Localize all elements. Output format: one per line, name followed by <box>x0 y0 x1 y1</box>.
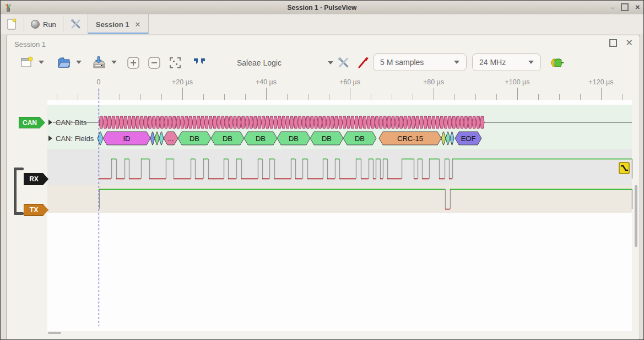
zoom-in-button[interactable] <box>123 53 143 73</box>
maximize-button[interactable] <box>621 3 629 12</box>
session-toolbar: Saleae Logic 5 M samples <box>7 52 640 76</box>
device-selector-value: Saleae Logic <box>237 58 282 67</box>
decoder-icon <box>549 57 564 68</box>
horizontal-scrollbar-thumb[interactable] <box>48 332 61 334</box>
show-cursors-button[interactable] <box>190 53 209 73</box>
session-maximize-button[interactable] <box>609 39 617 47</box>
tx-row-background <box>47 185 632 213</box>
add-decoder-button[interactable] <box>546 53 566 73</box>
minimize-button[interactable]: – <box>611 4 614 11</box>
vertical-scrollbar-thumb[interactable] <box>635 185 637 247</box>
zoom-fit-button[interactable] <box>165 53 185 73</box>
configure-device-button[interactable] <box>334 53 354 73</box>
zoom-in-icon <box>127 56 140 69</box>
close-button[interactable]: ✕ <box>635 4 640 11</box>
channel-group-bracket <box>14 168 24 170</box>
settings-button[interactable] <box>64 14 88 34</box>
tab-close-icon[interactable]: ✕ <box>135 20 141 29</box>
decoder-tag-can[interactable]: CAN <box>19 117 45 128</box>
open-dropdown-caret[interactable] <box>76 61 82 64</box>
wrench-screwdriver-icon <box>337 56 350 69</box>
row-label-can-fields: CAN: Fields <box>56 134 94 143</box>
device-selector[interactable]: Saleae Logic <box>237 54 333 72</box>
channels-button[interactable] <box>354 53 374 73</box>
expander-can-fields[interactable] <box>48 136 52 141</box>
pulseview-window: Session 1 - PulseView – ✕ Run <box>0 0 644 340</box>
open-button[interactable] <box>54 53 74 73</box>
tab-label: Session 1 <box>96 20 129 29</box>
new-session-icon <box>6 18 17 30</box>
probe-icon <box>357 56 370 69</box>
save-dropdown-caret[interactable] <box>111 61 117 64</box>
channel-group-bracket <box>14 212 24 215</box>
sample-rate-select[interactable]: 24 MHz <box>472 53 541 71</box>
chevron-down-icon <box>328 61 333 64</box>
rx-row-background <box>47 149 632 185</box>
wrench-screwdriver-icon <box>70 18 82 30</box>
title-bar[interactable]: Session 1 - PulseView – ✕ <box>1 1 643 15</box>
channel-group-bracket <box>14 168 17 215</box>
row-label-can-bits: CAN: Bits <box>56 118 86 127</box>
save-button[interactable] <box>89 53 109 73</box>
chevron-down-icon <box>454 61 459 64</box>
toolbar-separator <box>24 17 24 32</box>
run-button[interactable]: Run <box>25 14 62 34</box>
chevron-down-icon <box>528 61 534 64</box>
main-toolbar: Run Session 1 ✕ <box>1 14 643 34</box>
new-view-button[interactable] <box>17 53 36 73</box>
pulseview-app-icon <box>4 3 13 13</box>
session-close-button[interactable]: ✕ <box>626 39 633 47</box>
cursor-pair-icon <box>192 56 207 69</box>
trigger-falling-edge-icon[interactable] <box>619 162 630 174</box>
zoom-out-icon <box>148 56 161 69</box>
session-header[interactable]: Session 1 ✕ <box>7 35 640 52</box>
sample-count-value: 5 M samples <box>380 58 424 67</box>
save-icon <box>92 56 106 69</box>
new-view-icon <box>20 56 33 69</box>
new-view-dropdown-caret[interactable] <box>39 61 44 64</box>
tab-session-1[interactable]: Session 1 ✕ <box>88 14 149 34</box>
toolbar-separator <box>63 17 63 32</box>
new-session-button[interactable] <box>1 14 23 34</box>
maximize-icon <box>621 3 629 11</box>
zoom-out-button[interactable] <box>144 53 164 73</box>
session-title: Session 1 <box>14 40 46 48</box>
sample-rate-value: 24 MHz <box>479 58 506 67</box>
zoom-fit-icon <box>169 56 182 69</box>
sample-count-select[interactable]: 5 M samples <box>373 53 467 71</box>
decoder-rows-background <box>47 105 632 149</box>
run-state-icon <box>31 20 40 29</box>
window-title: Session 1 - PulseView <box>1 4 643 12</box>
run-label: Run <box>43 20 56 29</box>
expander-can-bits[interactable] <box>48 120 52 125</box>
open-folder-icon <box>57 56 71 69</box>
